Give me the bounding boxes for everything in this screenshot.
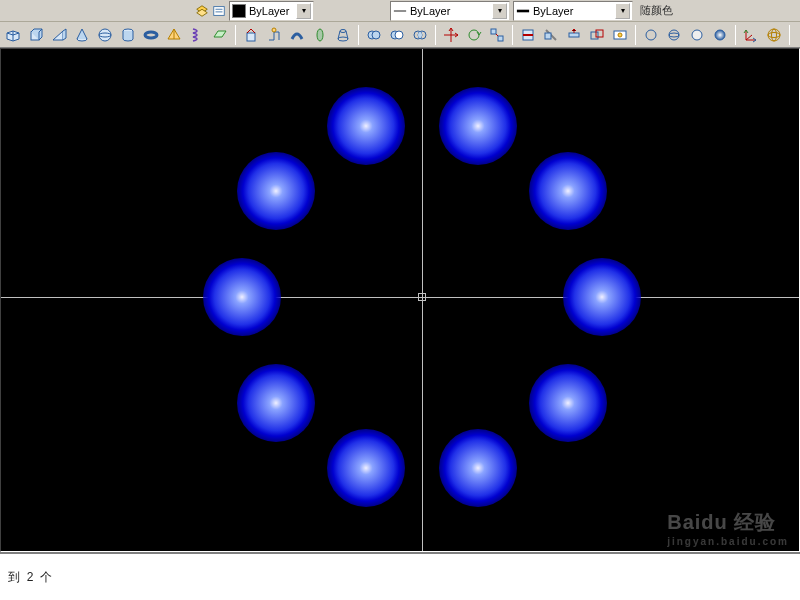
helix-button[interactable]	[186, 24, 208, 46]
polysolid-button[interactable]	[2, 24, 24, 46]
svg-point-38	[692, 30, 702, 40]
ucs-button[interactable]	[740, 24, 762, 46]
flatshot-button[interactable]	[609, 24, 631, 46]
thicken-button[interactable]	[563, 24, 585, 46]
union-button[interactable]	[363, 24, 385, 46]
extrude-button[interactable]	[240, 24, 262, 46]
svg-point-37	[669, 33, 679, 37]
svg-rect-32	[596, 30, 603, 37]
cylinder-button[interactable]	[117, 24, 139, 46]
app-window: ByLayer ▾ ByLayer ▾ ByLayer ▾ 随颜色	[0, 0, 800, 600]
sphere-object[interactable]	[203, 258, 281, 336]
svg-point-35	[646, 30, 656, 40]
sphere-object[interactable]	[327, 429, 405, 507]
toolbar-separator	[735, 25, 736, 45]
lineweight-icon	[516, 4, 530, 18]
svg-rect-30	[569, 33, 579, 37]
svg-point-24	[469, 30, 479, 40]
watermark: Baidu 经验 jingyan.baidu.com	[667, 509, 789, 547]
lineweight-label: ByLayer	[533, 5, 573, 17]
sectionplane-button[interactable]	[517, 24, 539, 46]
3dmove-button[interactable]	[440, 24, 462, 46]
visualstyle-3dwire-button[interactable]	[663, 24, 685, 46]
command-line[interactable]: 到 2 个	[0, 552, 800, 600]
sphere-object[interactable]	[439, 429, 517, 507]
toolbar-separator	[435, 25, 436, 45]
visualstyle-hidden-button[interactable]	[686, 24, 708, 46]
svg-point-36	[669, 30, 679, 40]
layer-color-label: ByLayer	[249, 5, 289, 17]
layers-stack-icon[interactable]	[195, 4, 209, 18]
lineweight-dropdown[interactable]: ByLayer ▾	[513, 1, 633, 21]
pyramid-button[interactable]	[163, 24, 185, 46]
random-color-label: 随颜色	[636, 1, 677, 20]
command-text: 到 2 个	[8, 569, 52, 586]
svg-point-9	[99, 29, 111, 41]
svg-point-34	[618, 33, 622, 37]
cursor-pickbox	[418, 293, 426, 301]
slice-button[interactable]	[540, 24, 562, 46]
box-button[interactable]	[25, 24, 47, 46]
3dorbit-button[interactable]	[763, 24, 785, 46]
svg-point-17	[338, 37, 348, 41]
svg-rect-26	[498, 36, 503, 41]
layer-filter-icon[interactable]	[212, 4, 226, 18]
dropdown-arrow-icon: ▾	[492, 3, 507, 19]
linetype-icon	[393, 4, 407, 18]
dropdown-arrow-icon: ▾	[615, 3, 630, 19]
watermark-main: Baidu 经验	[667, 511, 776, 533]
3drotate-button[interactable]	[463, 24, 485, 46]
loft-button[interactable]	[332, 24, 354, 46]
watermark-sub: jingyan.baidu.com	[667, 536, 789, 547]
toolbar-separator	[358, 25, 359, 45]
planarsurf-button[interactable]	[209, 24, 231, 46]
svg-point-39	[715, 30, 725, 40]
color-swatch-icon	[232, 4, 246, 18]
svg-point-19	[372, 31, 380, 39]
sphere-object[interactable]	[327, 87, 405, 165]
svg-point-12	[145, 32, 157, 38]
crosshair-horizontal	[1, 297, 799, 298]
svg-point-40	[768, 29, 780, 41]
cone-button[interactable]	[71, 24, 93, 46]
modeling-toolbar	[0, 22, 800, 48]
drawing-viewport[interactable]: Baidu 经验 jingyan.baidu.com	[0, 48, 800, 552]
sphere-object[interactable]	[439, 87, 517, 165]
linetype-dropdown[interactable]: ByLayer ▾	[390, 1, 510, 21]
sphere-button[interactable]	[94, 24, 116, 46]
subtract-button[interactable]	[386, 24, 408, 46]
toolbar-separator	[789, 25, 790, 45]
svg-rect-2	[214, 6, 225, 15]
3dalign-button[interactable]	[486, 24, 508, 46]
sphere-object[interactable]	[563, 258, 641, 336]
visualstyle-2dwire-button[interactable]	[640, 24, 662, 46]
dropdown-arrow-icon: ▾	[296, 3, 311, 19]
svg-point-41	[768, 32, 780, 37]
svg-rect-29	[545, 33, 551, 39]
torus-button[interactable]	[140, 24, 162, 46]
sphere-object[interactable]	[529, 364, 607, 442]
sphere-object[interactable]	[237, 152, 315, 230]
presspull-button[interactable]	[263, 24, 285, 46]
svg-rect-25	[491, 29, 496, 34]
linetype-label: ByLayer	[410, 5, 450, 17]
toolbar-separator	[235, 25, 236, 45]
svg-point-14	[272, 28, 276, 32]
svg-rect-13	[247, 33, 255, 41]
visualstyle-realistic-button[interactable]	[709, 24, 731, 46]
toolbar-separator	[512, 25, 513, 45]
sphere-object[interactable]	[529, 152, 607, 230]
interfere-button[interactable]	[586, 24, 608, 46]
svg-rect-31	[591, 32, 598, 39]
svg-point-42	[772, 29, 777, 41]
layer-color-dropdown[interactable]: ByLayer ▾	[229, 1, 314, 21]
svg-point-15	[317, 29, 323, 41]
wedge-button[interactable]	[48, 24, 70, 46]
sweep-button[interactable]	[286, 24, 308, 46]
intersect-button[interactable]	[409, 24, 431, 46]
properties-toolbar: ByLayer ▾ ByLayer ▾ ByLayer ▾ 随颜色	[0, 0, 800, 22]
revolve-button[interactable]	[309, 24, 331, 46]
sphere-object[interactable]	[237, 364, 315, 442]
svg-point-16	[340, 29, 346, 32]
toolbar-separator	[635, 25, 636, 45]
